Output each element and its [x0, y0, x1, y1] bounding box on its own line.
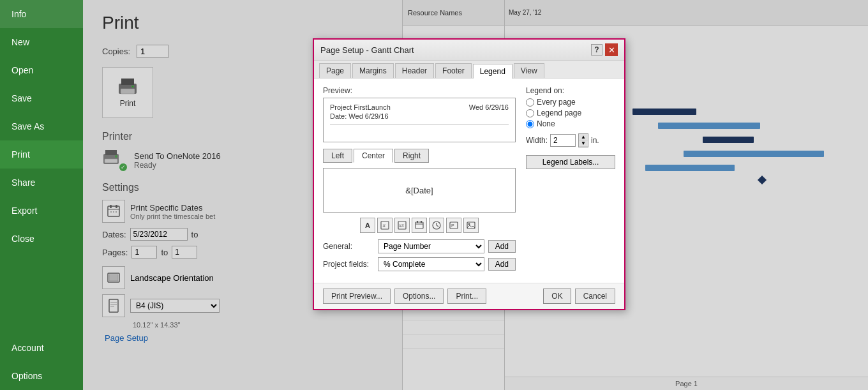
tab-page[interactable]: Page [319, 63, 351, 78]
toolbar-date-btn[interactable] [412, 218, 427, 233]
radio-legend-page-input[interactable] [526, 109, 534, 117]
radio-legend-page-label[interactable]: Legend page [537, 109, 581, 117]
width-unit: in. [591, 136, 599, 145]
radio-every-page-input[interactable] [526, 98, 534, 107]
print-button[interactable]: Print... [447, 289, 486, 304]
svg-rect-26 [415, 222, 423, 229]
tab-footer[interactable]: Footer [435, 63, 472, 78]
project-fields-label: Project fields: [323, 260, 374, 269]
dialog-footer: Print Preview... Options... Print... OK … [314, 283, 624, 309]
main-content: Print Copies: Print Printer [83, 0, 868, 390]
width-input[interactable] [550, 134, 576, 147]
ok-button[interactable]: OK [543, 289, 571, 304]
options-button[interactable]: Options... [394, 289, 444, 304]
tab-header[interactable]: Header [395, 63, 434, 78]
radio-none-label[interactable]: None [537, 119, 555, 128]
sidebar-item-info[interactable]: Info [0, 0, 83, 28]
tab-margins[interactable]: Margins [352, 63, 394, 78]
dialog-body: Preview: Project FirstLaunch Wed 6/29/16… [314, 79, 624, 283]
tab-legend[interactable]: Legend [473, 64, 513, 79]
svg-text:##: ## [399, 223, 404, 228]
sidebar-item-account[interactable]: Account [0, 334, 83, 362]
svg-text:P: P [451, 223, 454, 228]
width-decrement-button[interactable]: ▼ [579, 140, 588, 147]
preview-divider [330, 124, 509, 124]
dialog-title: Page Setup - Gantt Chart [320, 45, 414, 55]
radio-none-input[interactable] [526, 120, 534, 128]
dialog-controls: ? ✕ [591, 43, 618, 56]
toolbar-total-pages-btn[interactable]: ## [394, 218, 410, 233]
general-label: General: [323, 242, 374, 251]
sidebar-item-print[interactable]: Print [0, 140, 83, 169]
toolbar-image-btn[interactable] [463, 218, 479, 233]
legend-tab-left[interactable]: Left [323, 149, 352, 163]
radio-legend-page: Legend page [526, 109, 615, 117]
width-spinner: ▲ ▼ [578, 133, 588, 147]
toolbar-row: A # ## P [323, 218, 516, 233]
project-fields-add-button[interactable]: Add [488, 258, 516, 271]
toolbar-page-num-btn[interactable]: # [377, 218, 393, 233]
svg-line-32 [437, 225, 438, 227]
sidebar-item-export[interactable]: Export [0, 197, 83, 225]
sidebar-item-open[interactable]: Open [0, 56, 83, 84]
legend-tab-right[interactable]: Right [394, 149, 429, 163]
footer-left: Print Preview... Options... Print... [323, 289, 539, 304]
toolbar-project-btn[interactable]: P [446, 218, 461, 233]
cancel-button[interactable]: Cancel [575, 289, 615, 304]
project-fields-select[interactable]: % Complete [378, 257, 484, 271]
tab-view[interactable]: View [514, 63, 544, 78]
width-row: Width: ▲ ▼ in. [526, 133, 615, 147]
sidebar-item-options[interactable]: Options [0, 362, 83, 390]
general-row: General: Page Number Add [323, 239, 516, 253]
sidebar: Info New Open Save Save As Print Share E… [0, 0, 83, 390]
preview-label: Preview: [323, 86, 516, 95]
radio-every-page-label[interactable]: Every page [537, 98, 576, 107]
preview-line-1: Project FirstLaunch Wed 6/29/16 [330, 103, 509, 111]
sidebar-item-new[interactable]: New [0, 28, 83, 56]
sidebar-item-saveas[interactable]: Save As [0, 112, 83, 140]
width-increment-button[interactable]: ▲ [579, 134, 588, 140]
legend-tabs: Left Center Right [323, 149, 516, 163]
preview-box: Project FirstLaunch Wed 6/29/16 Date: We… [323, 98, 516, 142]
general-select[interactable]: Page Number [378, 239, 484, 253]
general-add-button[interactable]: Add [488, 240, 516, 253]
radio-none: None [526, 119, 615, 128]
sidebar-item-save[interactable]: Save [0, 84, 83, 112]
toolbar-time-btn[interactable] [429, 218, 444, 233]
legend-on-label: Legend on: [526, 86, 615, 95]
print-preview-button[interactable]: Print Preview... [323, 289, 391, 304]
dialog-close-button[interactable]: ✕ [605, 43, 618, 56]
svg-rect-28 [417, 221, 418, 223]
dialog-right: Legend on: Every page Legend page None W… [526, 86, 615, 275]
preview-line-2: Date: Wed 6/29/16 [330, 112, 509, 120]
svg-rect-35 [467, 222, 475, 229]
legend-tab-center[interactable]: Center [354, 149, 393, 163]
project-fields-row: Project fields: % Complete Add [323, 257, 516, 271]
dialog-help-button[interactable]: ? [591, 44, 602, 56]
dialog-titlebar: Page Setup - Gantt Chart ? ✕ [314, 40, 624, 61]
legend-labels-button[interactable]: Legend Labels... [526, 155, 615, 169]
svg-text:#: # [383, 223, 386, 229]
dialog-left: Preview: Project FirstLaunch Wed 6/29/16… [323, 86, 516, 275]
svg-point-36 [468, 223, 470, 225]
toolbar-font-btn[interactable]: A [360, 218, 375, 233]
width-label: Width: [526, 136, 548, 145]
svg-rect-29 [421, 221, 422, 223]
sidebar-item-share[interactable]: Share [0, 169, 83, 197]
sidebar-item-close[interactable]: Close [0, 225, 83, 253]
page-setup-dialog: Page Setup - Gantt Chart ? ✕ Page Margin… [313, 38, 625, 310]
legend-text-area[interactable]: &[Date] [323, 168, 516, 213]
radio-every-page: Every page [526, 98, 615, 107]
dialog-tabs: Page Margins Header Footer Legend View [314, 61, 624, 79]
